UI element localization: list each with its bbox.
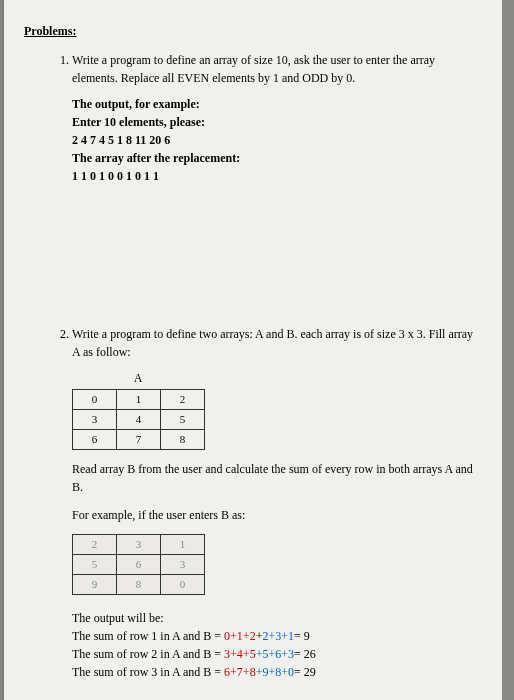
formula-a: 3+4+5 xyxy=(224,647,256,661)
problem-list: Write a program to define an array of si… xyxy=(72,51,482,681)
cell: 0 xyxy=(73,390,117,410)
formula-b: +9+8+0 xyxy=(256,665,294,679)
table-row: 3 4 5 xyxy=(73,410,205,430)
cell: 2 xyxy=(161,390,205,410)
output-row-1: The sum of row 1 in A and B = 0+1+2+2+3+… xyxy=(72,627,482,645)
cell: 0 xyxy=(161,575,205,595)
cell: 4 xyxy=(117,410,161,430)
section-title: Problems: xyxy=(24,24,482,39)
problems-container: Write a program to define an array of si… xyxy=(72,51,482,681)
formula-a: 0+1+2 xyxy=(224,629,256,643)
cell: 3 xyxy=(117,535,161,555)
problem-2-prompt: Write a program to define two arrays: A … xyxy=(72,325,482,361)
cell: 1 xyxy=(117,390,161,410)
problem-1-prompt: Write a program to define an array of si… xyxy=(72,51,482,87)
cell: 3 xyxy=(161,555,205,575)
cell: 5 xyxy=(73,555,117,575)
cell: 9 xyxy=(73,575,117,595)
output-row-3: The sum of row 3 in A and B = 6+7+8+9+8+… xyxy=(72,663,482,681)
row-prefix: The sum of row 3 in A and B = xyxy=(72,665,224,679)
table-row: 2 3 1 xyxy=(73,535,205,555)
sum-result: = 26 xyxy=(294,647,316,661)
document-page: Problems: Write a program to define an a… xyxy=(4,0,502,700)
read-instruction: Read array B from the user and calculate… xyxy=(72,460,482,496)
problem-1-example: The output, for example: Enter 10 elemen… xyxy=(72,95,482,185)
cell: 6 xyxy=(73,430,117,450)
table-row: 0 1 2 xyxy=(73,390,205,410)
matrix-b-wrapper: 2 3 1 5 6 3 9 8 0 xyxy=(72,534,482,595)
problem-1: Write a program to define an array of si… xyxy=(72,51,482,185)
cell: 5 xyxy=(161,410,205,430)
output-row-2: The sum of row 2 in A and B = 3+4+5+5+6+… xyxy=(72,645,482,663)
matrix-a: 0 1 2 3 4 5 6 7 8 xyxy=(72,389,205,450)
row-prefix: The sum of row 1 in A and B = xyxy=(72,629,224,643)
formula-b: +5+6+3 xyxy=(256,647,294,661)
matrix-a-label: A xyxy=(72,369,204,387)
table-row: 9 8 0 xyxy=(73,575,205,595)
cell: 8 xyxy=(117,575,161,595)
problem-2: Write a program to define two arrays: A … xyxy=(72,325,482,681)
table-row: 5 6 3 xyxy=(73,555,205,575)
sum-result: = 29 xyxy=(294,665,316,679)
cell: 7 xyxy=(117,430,161,450)
example-output-label: The array after the replacement: xyxy=(72,149,482,167)
example-input-label: Enter 10 elements, please: xyxy=(72,113,482,131)
cell: 2 xyxy=(73,535,117,555)
cell: 3 xyxy=(73,410,117,430)
cell: 8 xyxy=(161,430,205,450)
example-input-values: 2 4 7 4 5 1 8 11 20 6 xyxy=(72,131,482,149)
output-label: The output will be: xyxy=(72,609,482,627)
row-prefix: The sum of row 2 in A and B = xyxy=(72,647,224,661)
formula-a: 6+7+8 xyxy=(224,665,256,679)
formula-b: 2+3+1 xyxy=(262,629,294,643)
table-row: 6 7 8 xyxy=(73,430,205,450)
matrix-b: 2 3 1 5 6 3 9 8 0 xyxy=(72,534,205,595)
output-block: The output will be: The sum of row 1 in … xyxy=(72,609,482,681)
example-instruction: For example, if the user enters B as: xyxy=(72,506,482,524)
example-output-values: 1 1 0 1 0 0 1 0 1 1 xyxy=(72,167,482,185)
example-label: The output, for example: xyxy=(72,95,482,113)
sum-result: = 9 xyxy=(294,629,310,643)
cell: 1 xyxy=(161,535,205,555)
cell: 6 xyxy=(117,555,161,575)
